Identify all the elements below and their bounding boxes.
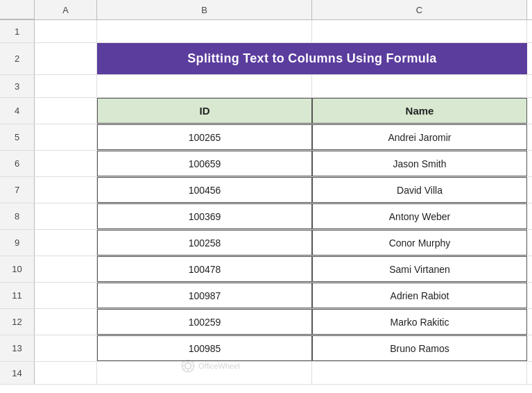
cell-9a[interactable] (35, 230, 97, 256)
col-header-b[interactable]: B (97, 0, 312, 19)
row-2-title: 2 Splitting Text to Columns Using Formul… (0, 43, 532, 75)
table-row-13[interactable]: 13 100985 Bruno Ramos (0, 335, 532, 362)
table-row-8[interactable]: 8 100369 Antony Weber (0, 203, 532, 230)
cell-14b[interactable] (97, 362, 312, 384)
row-num-12: 12 (0, 309, 35, 335)
row-num-8: 8 (0, 203, 35, 229)
cell-name-11[interactable]: Adrien Rabiot (312, 283, 527, 308)
row-num-6: 6 (0, 151, 35, 176)
table-row-7[interactable]: 7 100456 David Villa (0, 177, 532, 203)
cell-name-12[interactable]: Marko Rakitic (312, 309, 527, 335)
cell-10a[interactable] (35, 256, 97, 282)
table-row-10[interactable]: 10 100478 Sami Virtanen (0, 256, 532, 283)
cell-3a[interactable] (35, 75, 97, 97)
row-num-2: 2 (0, 43, 35, 74)
cell-id-9[interactable]: 100258 (97, 230, 312, 256)
cell-11a[interactable] (35, 283, 97, 308)
table-header-id: ID (97, 98, 312, 124)
cell-2a[interactable] (35, 43, 97, 74)
cell-1b[interactable] (97, 20, 312, 42)
cell-id-13[interactable]: 100985 (97, 335, 312, 361)
cell-id-6[interactable]: 100659 (97, 151, 312, 176)
col-header-c[interactable]: C (312, 0, 527, 19)
row-num-10: 10 (0, 256, 35, 282)
row-14: 14 (0, 362, 532, 385)
column-headers: A B C (0, 0, 532, 20)
cell-14c[interactable] (312, 362, 527, 384)
row-4-header: 4 ID Name (0, 98, 532, 124)
cell-4a[interactable] (35, 98, 97, 124)
cell-6a[interactable] (35, 151, 97, 176)
cell-14a[interactable] (35, 362, 97, 384)
row-num-4: 4 (0, 98, 35, 124)
cell-name-6[interactable]: Jason Smith (312, 151, 527, 176)
cell-1c[interactable] (312, 20, 527, 42)
cell-id-12[interactable]: 100259 (97, 309, 312, 335)
row-num-1: 1 (0, 20, 35, 42)
cell-name-5[interactable]: Andrei Jaromir (312, 124, 527, 150)
cell-3c[interactable] (312, 75, 527, 97)
row-3: 3 (0, 75, 532, 98)
cell-id-11[interactable]: 100987 (97, 283, 312, 308)
col-header-a[interactable]: A (35, 0, 97, 19)
cell-1a[interactable] (35, 20, 97, 42)
cell-id-10[interactable]: 100478 (97, 256, 312, 282)
row-num-11: 11 (0, 283, 35, 308)
cell-12a[interactable] (35, 309, 97, 335)
cell-name-13[interactable]: Bruno Ramos (312, 335, 527, 361)
cell-13a[interactable] (35, 335, 97, 361)
row-num-9: 9 (0, 230, 35, 256)
cell-8a[interactable] (35, 203, 97, 229)
row-num-3: 3 (0, 75, 35, 97)
corner-cell (0, 0, 35, 19)
row-num-7: 7 (0, 177, 35, 203)
table-row-5[interactable]: 5 100265 Andrei Jaromir (0, 124, 532, 151)
spreadsheet: A B C 1 2 Splitting Text to Columns Usin… (0, 0, 532, 393)
table-row-9[interactable]: 9 100258 Conor Murphy (0, 230, 532, 256)
cell-id-7[interactable]: 100456 (97, 177, 312, 203)
table-row-6[interactable]: 6 100659 Jason Smith (0, 151, 532, 177)
table-header-name: Name (312, 98, 527, 124)
table-row-11[interactable]: 11 100987 Adrien Rabiot (0, 283, 532, 309)
row-num-14: 14 (0, 362, 35, 384)
row-num-13: 13 (0, 335, 35, 361)
table-row-12[interactable]: 12 100259 Marko Rakitic (0, 309, 532, 335)
cell-7a[interactable] (35, 177, 97, 203)
cell-name-8[interactable]: Antony Weber (312, 203, 527, 229)
row-1: 1 (0, 20, 532, 43)
cell-name-7[interactable]: David Villa (312, 177, 527, 203)
row-num-5: 5 (0, 124, 35, 150)
cell-name-10[interactable]: Sami Virtanen (312, 256, 527, 282)
spreadsheet-title: Splitting Text to Columns Using Formula (97, 43, 527, 74)
cell-id-8[interactable]: 100369 (97, 203, 312, 229)
cell-id-5[interactable]: 100265 (97, 124, 312, 150)
cell-5a[interactable] (35, 124, 97, 150)
cell-name-9[interactable]: Conor Murphy (312, 230, 527, 256)
cell-3b[interactable] (97, 75, 312, 97)
